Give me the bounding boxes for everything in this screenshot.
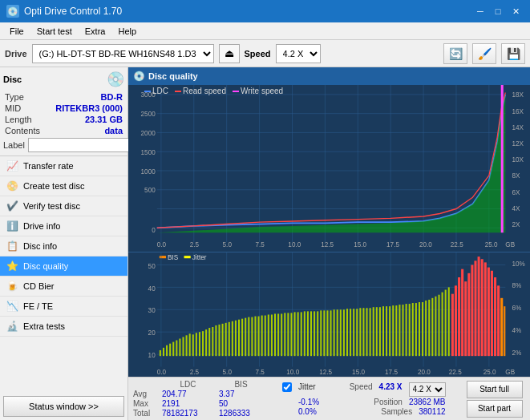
svg-rect-138 <box>307 311 309 356</box>
svg-rect-184 <box>458 277 460 356</box>
svg-text:7.5: 7.5 <box>255 369 265 376</box>
speed-label-stat: Speed <box>350 382 373 397</box>
disc-mid-label: MID <box>5 103 21 113</box>
disc-contents-value: data <box>104 126 123 135</box>
legend-ldc-label: LDC <box>152 87 168 95</box>
menu-help[interactable]: Help <box>111 25 143 38</box>
svg-text:22.5: 22.5 <box>449 369 462 376</box>
sidebar-item-transfer-rate[interactable]: 📈 Transfer rate <box>0 156 127 176</box>
svg-text:14X: 14X <box>512 123 524 131</box>
sidebar-item-fe-te[interactable]: 📉 FE / TE <box>0 297 127 317</box>
sidebar-item-extra-tests[interactable]: 🔬 Extra tests <box>0 317 127 337</box>
menu-extra[interactable]: Extra <box>79 25 112 38</box>
svg-text:12.5: 12.5 <box>321 240 334 248</box>
total-ldc: 78182173 <box>162 409 214 418</box>
svg-rect-172 <box>419 302 420 356</box>
sidebar-item-disc-info[interactable]: 📋 Disc info <box>0 236 127 256</box>
svg-text:10: 10 <box>148 352 156 359</box>
refresh-button[interactable]: 🔄 <box>443 43 467 64</box>
svg-rect-155 <box>362 308 364 356</box>
max-jitter: 0.0% <box>298 407 350 416</box>
fe-te-icon: 📉 <box>6 301 18 312</box>
disc-type-row: Type BD-R <box>3 91 124 103</box>
eject-button[interactable]: ⏏ <box>219 44 240 63</box>
svg-rect-152 <box>353 309 354 356</box>
drive-select[interactable]: (G:) HL-DT-ST BD-RE WH16NS48 1.D3 <box>32 44 214 63</box>
svg-rect-145 <box>330 310 332 356</box>
jitter-avg-row: -0.1% Position 23862 MB <box>282 398 446 406</box>
sidebar-item-disc-quality-label: Disc quality <box>23 261 68 271</box>
titlebar-controls: ─ □ ✕ <box>472 5 524 18</box>
avg-bis: 3.37 <box>219 390 263 398</box>
svg-rect-164 <box>392 305 394 356</box>
sidebar-item-drive-info-label: Drive info <box>23 221 60 231</box>
svg-text:2X: 2X <box>512 220 520 229</box>
svg-text:50: 50 <box>148 263 156 270</box>
svg-text:5.0: 5.0 <box>223 369 233 376</box>
svg-text:25.0: 25.0 <box>485 240 498 248</box>
sidebar-item-cd-bier[interactable]: 🍺 CD Bier <box>0 277 127 297</box>
sidebar-item-disc-quality[interactable]: ⭐ Disc quality <box>0 256 127 277</box>
maximize-button[interactable]: □ <box>490 5 506 18</box>
svg-rect-166 <box>399 305 400 356</box>
svg-rect-176 <box>431 298 433 356</box>
verify-test-disc-icon: ✔️ <box>6 200 18 212</box>
sidebar-item-create-test-disc[interactable]: 📀 Create test disc <box>0 176 127 196</box>
jitter-header-row: Jitter Speed 4.23 X 4.2 X <box>282 382 446 397</box>
svg-rect-106 <box>202 331 204 356</box>
speed-select[interactable]: 4.2 X <box>276 44 321 63</box>
titlebar: 💿 Opti Drive Control 1.70 ─ □ ✕ <box>0 0 530 22</box>
avg-label: Avg <box>133 390 157 398</box>
menu-start-test[interactable]: Start test <box>30 25 79 38</box>
svg-text:17.5: 17.5 <box>386 240 399 248</box>
menubar: File Start test Extra Help <box>0 22 530 40</box>
drive-label: Drive <box>5 49 27 59</box>
drivebar: Drive (G:) HL-DT-ST BD-RE WH16NS48 1.D3 … <box>0 40 530 67</box>
svg-rect-171 <box>415 303 417 356</box>
sidebar-item-verify-test-disc[interactable]: ✔️ Verify test disc <box>0 196 127 216</box>
stats-header-row: LDC BIS <box>133 380 263 389</box>
minimize-button[interactable]: ─ <box>472 5 488 18</box>
svg-text:0.0: 0.0 <box>157 240 166 248</box>
close-button[interactable]: ✕ <box>508 5 524 18</box>
svg-rect-140 <box>314 311 315 356</box>
status-window-button[interactable]: Status window >> <box>3 396 124 417</box>
paint-button[interactable]: 🖌️ <box>472 43 496 64</box>
svg-rect-174 <box>425 301 427 356</box>
svg-rect-148 <box>340 309 342 356</box>
svg-rect-182 <box>451 294 454 357</box>
start-full-button[interactable]: Start full <box>467 381 523 398</box>
svg-text:7.5: 7.5 <box>255 240 264 248</box>
disc-type-value: BD-R <box>101 92 123 102</box>
svg-text:2500: 2500 <box>141 110 156 119</box>
start-part-button[interactable]: Start part <box>467 400 523 418</box>
svg-text:16X: 16X <box>512 107 524 115</box>
svg-text:6X: 6X <box>512 188 520 196</box>
svg-text:12.5: 12.5 <box>319 369 332 376</box>
legend-write-speed-dot <box>233 91 239 92</box>
svg-rect-113 <box>225 323 227 356</box>
menu-file[interactable]: File <box>3 25 30 38</box>
disc-quality-icon: ⭐ <box>6 260 18 272</box>
jitter-checkbox[interactable] <box>282 382 292 392</box>
svg-rect-195 <box>494 277 496 356</box>
svg-rect-153 <box>356 309 358 356</box>
svg-rect-125 <box>265 316 266 357</box>
stats-row-label-header <box>133 380 157 389</box>
svg-text:500: 500 <box>144 186 156 195</box>
svg-rect-116 <box>235 321 237 356</box>
speed-select-stat[interactable]: 4.2 X <box>409 382 446 397</box>
save-button[interactable]: 💾 <box>501 43 525 64</box>
svg-rect-189 <box>474 260 476 356</box>
stats-total-row: Total 78182173 1286333 <box>133 409 263 418</box>
max-label: Max <box>133 399 157 408</box>
svg-rect-168 <box>406 304 407 356</box>
svg-rect-143 <box>323 310 325 356</box>
bottom-chart: BIS Jitter <box>128 252 530 377</box>
app-title: Opti Drive Control 1.70 <box>24 6 122 17</box>
sidebar-item-drive-info[interactable]: ℹ️ Drive info <box>0 216 127 236</box>
stats-jitter-group: Jitter Speed 4.23 X 4.2 X -0.1% Position… <box>282 382 446 416</box>
svg-rect-175 <box>428 300 430 356</box>
disc-label-input[interactable] <box>28 138 135 152</box>
svg-text:2.5: 2.5 <box>190 240 199 248</box>
